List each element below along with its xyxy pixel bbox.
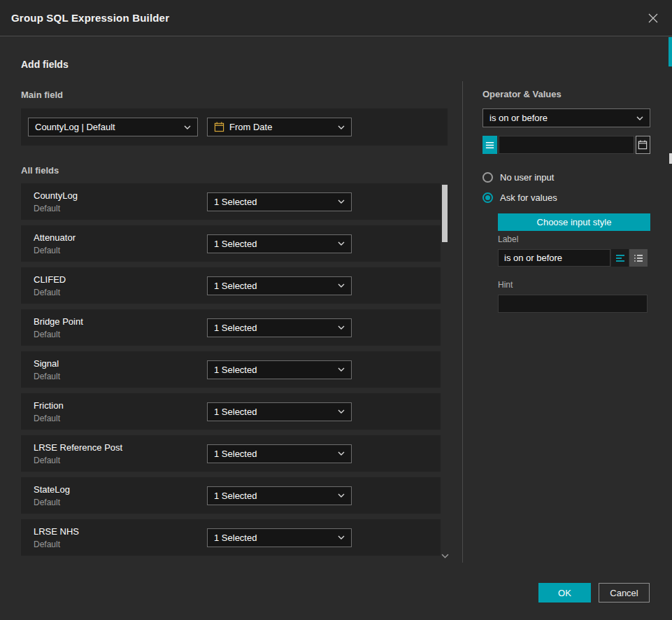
label-input-row [498,249,648,267]
field-row: Attenuator Default 1 Selected [21,225,441,262]
cancel-button[interactable]: Cancel [599,583,650,603]
field-row: Friction Default 1 Selected [21,393,441,430]
field-default-label: Default [34,246,207,255]
dialog-titlebar: Group SQL Expression Builder [0,0,672,36]
field-name: StateLog [34,484,207,495]
field-info: Friction Default [34,400,207,423]
radio-circle [482,172,493,183]
main-field-panel: CountyLog | Default From Date [21,108,448,146]
field-values-dropdown-value: 1 Selected [214,449,333,459]
chevron-down-icon [441,554,449,558]
field-default-label: Default [34,204,207,213]
radio-circle [482,192,493,203]
field-row: Signal Default 1 Selected [21,351,441,388]
value-list-mode-button[interactable] [482,136,497,154]
field-values-dropdown[interactable]: 1 Selected [207,486,352,505]
no-user-input-label: No user input [500,172,554,183]
field-row: CLIFED Default 1 Selected [21,267,441,304]
field-info: Signal Default [34,358,207,381]
choose-input-style-button[interactable]: Choose input style [498,213,650,231]
all-fields-list: CountyLog Default 1 Selected Attenuator … [21,183,441,561]
hint-input[interactable] [498,295,648,313]
field-values-dropdown-value: 1 Selected [214,197,333,207]
field-name: Bridge Point [34,316,207,327]
field-name: Signal [34,358,207,369]
field-values-dropdown[interactable]: 1 Selected [207,360,352,379]
field-row: StateLog Default 1 Selected [21,477,441,514]
field-default-label: Default [34,540,207,549]
field-name: CountyLog [34,190,207,201]
chevron-down-icon [338,367,345,372]
field-default-label: Default [34,288,207,297]
field-name: LRSE Reference Post [34,442,207,453]
column-divider [462,81,463,563]
operator-dropdown[interactable]: is on or before [482,108,650,127]
chevron-down-icon [338,409,345,414]
field-row: Bridge Point Default 1 Selected [21,309,441,346]
calendar-icon [214,122,224,132]
field-default-label: Default [34,456,207,465]
field-info: CountyLog Default [34,190,207,213]
date-picker-button[interactable] [636,136,650,154]
field-values-dropdown[interactable]: 1 Selected [207,318,352,337]
operator-dropdown-value: is on or before [489,113,631,123]
field-row: LRSE Reference Post Default 1 Selected [21,435,441,472]
no-user-input-radio[interactable]: No user input [482,172,554,183]
dialog-title: Group SQL Expression Builder [11,12,169,24]
main-date-field-value: From Date [229,122,333,132]
date-value-input[interactable] [499,136,634,154]
field-info: CLIFED Default [34,274,207,297]
calendar-icon [638,140,648,150]
field-values-dropdown[interactable]: 1 Selected [207,444,352,463]
field-values-dropdown-value: 1 Selected [214,365,333,375]
input-style-list-button[interactable] [629,249,648,267]
field-row: CountyLog Default 1 Selected [21,183,441,220]
list-scrollbar-thumb[interactable] [442,185,448,242]
field-values-dropdown[interactable]: 1 Selected [207,528,352,547]
chevron-down-icon [338,241,345,246]
field-values-dropdown[interactable]: 1 Selected [207,402,352,421]
date-value-row [482,136,650,154]
align-left-icon [615,253,625,263]
add-fields-heading: Add fields [21,59,69,70]
field-values-dropdown[interactable]: 1 Selected [207,276,352,295]
all-fields-label: All fields [21,165,59,176]
ok-button[interactable]: OK [538,583,591,603]
chevron-down-icon [338,451,345,456]
chevron-down-icon [338,493,345,498]
chevron-down-icon [184,125,191,129]
input-style-single-button[interactable] [611,249,629,267]
field-default-label: Default [34,498,207,507]
field-values-dropdown-value: 1 Selected [214,491,333,501]
close-button[interactable] [644,9,662,27]
operator-values-heading: Operator & Values [482,89,562,99]
field-values-dropdown-value: 1 Selected [214,407,333,417]
field-default-label: Default [34,330,207,339]
bulleted-list-icon [634,253,643,263]
field-name: Friction [34,400,207,411]
field-values-dropdown[interactable]: 1 Selected [207,234,352,253]
field-values-dropdown[interactable]: 1 Selected [207,192,352,211]
screen-edge-artifact [669,153,672,164]
ask-for-values-radio[interactable]: Ask for values [482,192,557,203]
close-icon [648,13,658,23]
field-default-label: Default [34,414,207,423]
main-field-label: Main field [21,90,63,100]
hint-field-label: Hint [498,280,513,290]
main-date-field-dropdown[interactable]: From Date [207,118,352,136]
layer-dropdown[interactable]: CountyLog | Default [28,118,198,136]
field-row: LRSE NHS Default 1 Selected [21,519,441,556]
field-info: LRSE Reference Post Default [34,442,207,465]
screen-edge-artifact [669,37,672,66]
field-name: Attenuator [34,232,207,243]
chevron-down-icon [636,116,643,120]
field-name: LRSE NHS [34,526,207,537]
field-values-dropdown-value: 1 Selected [214,239,333,249]
chevron-down-icon [338,325,345,330]
group-sql-expression-builder-dialog: Group SQL Expression Builder Add fields … [0,0,672,620]
scroll-down-button[interactable] [439,551,450,560]
label-input[interactable] [498,249,610,267]
field-values-dropdown-value: 1 Selected [214,281,333,291]
list-values-icon [485,140,495,150]
chevron-down-icon [338,199,345,204]
